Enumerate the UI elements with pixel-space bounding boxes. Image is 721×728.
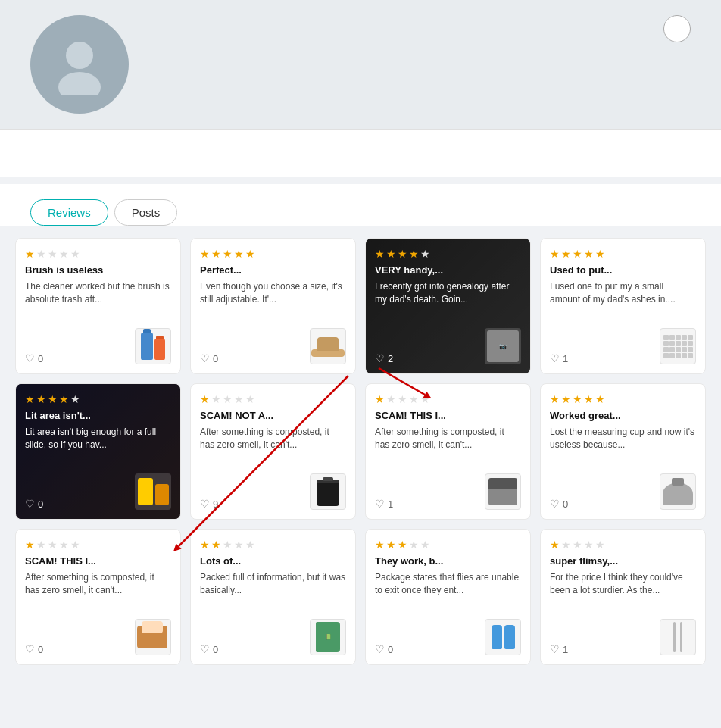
star-icon: ★ [420,539,430,551]
star-icon: ★ [70,248,80,260]
heart-number: 0 [38,498,43,510]
review-text: After something is composted, it has zer… [200,426,346,467]
product-thumbnail [310,473,346,510]
review-card[interactable]: ★★★★★ VERY handy,... I recently got into… [365,238,531,374]
star-icon: ★ [234,393,244,405]
heart-number: 9 [213,498,218,510]
star-icon: ★ [223,393,233,405]
heart-count[interactable]: ♡ 2 [375,352,393,364]
stars-row: ★★★★★ [200,393,346,405]
review-title: super flimsy,... [550,555,696,568]
star-icon: ★ [420,393,430,405]
review-card[interactable]: ★★★★★ Lots of... Packed full of informat… [190,529,356,665]
review-card[interactable]: ★★★★★ Lit area isn't... Lit area isn't b… [15,383,181,520]
review-text: Lit area isn't big enough for a full sli… [25,426,171,467]
product-thumbnail [135,473,171,510]
avatar [30,15,129,114]
review-card[interactable]: ★★★★★ SCAM! THIS I... After something is… [365,383,531,520]
star-icon: ★ [420,248,430,260]
stars-row: ★★★★★ [375,393,521,405]
star-icon: ★ [409,393,419,405]
heart-count[interactable]: ♡ 0 [25,352,43,364]
review-card[interactable]: ★★★★★ They work, b... Package states tha… [365,529,531,665]
heart-count[interactable]: ♡ 0 [200,352,218,364]
product-thumbnail [135,619,171,655]
card-footer: ♡ 0 [25,328,171,364]
star-icon: ★ [398,393,407,405]
star-icon: ★ [245,248,255,260]
heart-number: 2 [388,353,393,364]
heart-icon: ♡ [200,643,210,655]
heart-count[interactable]: ♡ 1 [375,498,393,510]
star-icon: ★ [398,248,407,260]
star-icon: ★ [234,248,244,260]
heart-count[interactable]: ♡ 0 [550,498,568,510]
review-text: After something is composted, it has zer… [25,571,171,613]
stars-row: ★★★★★ [25,539,171,551]
stats-bar [0,129,721,177]
stars-row: ★★★★★ [375,248,521,260]
star-icon: ★ [59,393,69,405]
review-card[interactable]: ★★★★★ Worked great... Lost the measuring… [540,383,706,520]
star-icon: ★ [409,248,419,260]
review-text: Even though you choose a size, it's stil… [200,280,346,322]
review-card[interactable]: ★★★★★ Brush is useless The cleaner worke… [15,238,181,374]
star-icon: ★ [200,248,210,260]
star-icon: ★ [550,539,560,551]
heart-count[interactable]: ♡ 9 [200,498,218,510]
star-icon: ★ [584,539,594,551]
star-icon: ★ [245,539,255,551]
card-footer: ♡ 0 📗 [200,619,346,655]
heart-count[interactable]: ♡ 0 [375,643,393,655]
card-footer: ♡ 0 [25,619,171,655]
review-card[interactable]: ★★★★★ super flimsy,... For the price I t… [540,529,706,665]
tab-posts[interactable]: Posts [114,199,178,226]
stars-row: ★★★★★ [25,393,171,405]
star-icon: ★ [573,248,582,260]
star-icon: ★ [595,539,605,551]
review-card[interactable]: ★★★★★ SCAM! THIS I... After something is… [15,529,181,665]
star-icon: ★ [234,539,244,551]
star-icon: ★ [36,539,46,551]
product-thumbnail [485,473,521,510]
review-card[interactable]: ★★★★★ Used to put... I used one to put m… [540,238,706,374]
star-icon: ★ [584,393,594,405]
review-text: Package states that flies are unable to … [375,571,521,613]
star-icon: ★ [595,393,605,405]
heart-icon: ♡ [200,352,210,364]
card-footer: ♡ 0 [375,619,521,655]
star-icon: ★ [211,393,221,405]
heart-count[interactable]: ♡ 0 [25,498,43,510]
card-footer: ♡ 9 [200,473,346,510]
review-card[interactable]: ★★★★★ SCAM! NOT A... After something is … [190,383,356,520]
card-footer: ♡ 2 📷 [375,328,521,364]
review-title: Lots of... [200,555,346,568]
heart-count[interactable]: ♡ 1 [550,643,568,655]
more-button[interactable] [663,15,691,42]
card-footer: ♡ 1 [375,473,521,510]
star-icon: ★ [409,539,419,551]
star-icon: ★ [70,539,80,551]
product-thumbnail [660,328,696,364]
review-title: Perfect... [200,264,346,277]
star-icon: ★ [36,393,46,405]
heart-count[interactable]: ♡ 1 [550,352,568,364]
review-title: SCAM! THIS I... [375,410,521,423]
star-icon: ★ [561,393,571,405]
card-footer: ♡ 1 [550,328,696,364]
star-icon: ★ [550,248,560,260]
star-icon: ★ [25,539,35,551]
heart-number: 0 [388,644,393,655]
svg-point-0 [66,42,93,69]
heart-number: 0 [213,353,218,364]
star-icon: ★ [48,248,58,260]
heart-count[interactable]: ♡ 0 [25,643,43,655]
review-card[interactable]: ★★★★★ Perfect... Even though you choose … [190,238,356,374]
heart-number: 1 [563,644,568,655]
review-text: After something is composted, it has zer… [375,426,521,467]
tab-reviews[interactable]: Reviews [30,199,108,226]
heart-icon: ♡ [375,498,385,510]
heart-count[interactable]: ♡ 0 [200,643,218,655]
heart-number: 1 [563,353,568,364]
heart-icon: ♡ [25,643,35,655]
